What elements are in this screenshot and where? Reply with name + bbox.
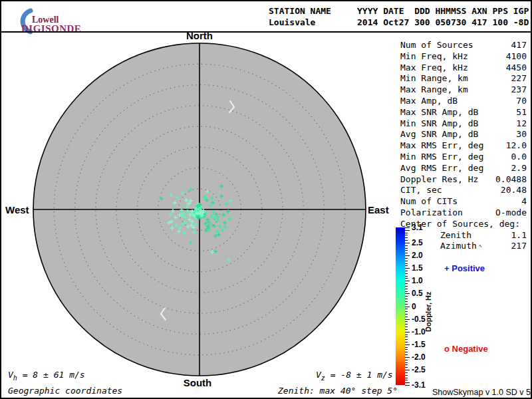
colorbar-tick — [405, 311, 408, 312]
horizontal-velocity-readout: Vh = 8 ± 61 m/s — [8, 370, 85, 382]
stat-label: Max Range, km — [400, 84, 468, 96]
colorbar-axis-title: Doppler, Hz — [424, 291, 432, 332]
stat-value: 0.0 — [511, 152, 527, 163]
colorbar-tick — [405, 243, 410, 243]
colorbar-tick-label: 2.0 — [412, 251, 423, 260]
stat-row-avg-snr-amp-db: Avg SNR Amp, dB30 — [400, 129, 527, 140]
colorbar-tick — [405, 291, 408, 292]
colorbar-tick — [405, 367, 408, 368]
circle-marker-icon: o — [444, 344, 450, 354]
stat-value: 20.48 — [501, 185, 527, 196]
vertical-velocity-readout: Vz = -8 ± 1 m/s — [316, 370, 393, 382]
legend-negative: o Negative — [444, 344, 488, 354]
colorbar-tick — [405, 372, 408, 373]
colorbar-tick — [405, 342, 408, 342]
stat-row-polarization: PolarizationO-mode — [400, 207, 527, 219]
colorbar-tick — [405, 293, 410, 294]
doppler-colorbar: 3.12.52.01.51.00.50-0.5-1.0-1.5-2.0-2.5-… — [396, 227, 405, 385]
colorbar-tick — [405, 347, 408, 348]
colorbar-tick — [405, 339, 408, 340]
stat-label: Max SNR Amp, dB — [400, 107, 478, 118]
colorbar-tick — [405, 307, 410, 307]
colorbar-tick — [405, 344, 410, 345]
colorbar-tick — [405, 263, 408, 264]
colorbar-tick — [405, 332, 410, 332]
colorbar-tick — [405, 329, 408, 330]
stat-value: 2.9 — [511, 163, 527, 174]
colorbar-tick — [405, 357, 410, 358]
colorbar-tick — [405, 301, 408, 302]
stat-label: Max RMS Err, deg — [400, 140, 483, 152]
colorbar-tick — [405, 354, 408, 355]
stat-row-avg-rms-err-deg: Avg RMS Err, deg2.9 — [400, 163, 527, 174]
compass-north-label: North — [186, 30, 213, 41]
colorbar-tick — [405, 334, 408, 335]
colorbar-tick — [405, 309, 408, 309]
stat-value: 12.0 — [506, 140, 527, 152]
stat-label: Avg SNR Amp, dB — [400, 129, 478, 140]
colorbar-tick — [405, 289, 408, 289]
stat-label: Azimuth — [440, 241, 477, 252]
stat-value: 51 — [516, 107, 527, 118]
stat-row-min-rms-err-deg: Min RMS Err, deg0.0 — [400, 152, 527, 163]
stat-label: Min Freq, kHz — [400, 51, 468, 63]
stat-row-num-of-cits: Num of CITs4 — [400, 196, 527, 207]
colorbar-tick-label: 0.5 — [412, 289, 423, 298]
zenith-range-note: Zenith: max 40° step 5° — [278, 386, 398, 396]
stat-value: 12 — [516, 118, 527, 130]
stat-row-num-of-sources: Num of Sources417 — [400, 40, 527, 51]
stat-value: 4450 — [506, 63, 527, 74]
colorbar-tick — [405, 324, 408, 325]
colorbar-tick — [405, 314, 408, 315]
colorbar-tick — [405, 265, 408, 266]
colorbar-tick — [405, 283, 408, 284]
colorbar-tick-label: 2.5 — [412, 238, 423, 247]
colorbar-tick — [405, 245, 408, 246]
colorbar-tick — [405, 271, 408, 271]
colorbar-tick — [405, 370, 410, 370]
colorbar-tick-label: -0.5 — [412, 315, 426, 324]
skymap-window: Lowell DIGISONDE STATION NAMEYYYYDATEDDD… — [0, 0, 532, 399]
colorbar-tick-label: 1.0 — [412, 276, 423, 285]
legend-negative-label: Negative — [452, 344, 488, 354]
cursor-arrow-icon: ↖ — [479, 240, 482, 251]
colorbar-tick — [405, 349, 408, 350]
stat-row-max-rms-err-deg: Max RMS Err, deg12.0 — [400, 140, 527, 152]
colorbar-tick — [405, 296, 408, 297]
colorbar-tick — [405, 278, 408, 279]
compass-west-label: West — [5, 204, 29, 215]
colorbar-tick-label: -1.5 — [412, 340, 426, 349]
stat-value: 227 — [511, 73, 527, 84]
colorbar-tick — [405, 276, 408, 277]
colorbar-tick — [405, 378, 408, 378]
stat-value: 4 — [521, 196, 527, 207]
colorbar-tick — [405, 360, 408, 360]
colorbar-tick-label: 3.1 — [412, 223, 423, 232]
stat-value: 237 — [511, 84, 527, 96]
stat-row-doppler-res-hz: Doppler Res, Hz0.0488 — [400, 174, 527, 186]
stat-label: Min SNR Amp, dB — [400, 118, 478, 130]
colorbar-tick — [405, 375, 408, 376]
colorbar-tick — [405, 385, 410, 386]
colorbar-tick — [405, 250, 408, 251]
colorbar-tick — [405, 336, 408, 337]
stat-label: Max Amp, dB — [400, 96, 458, 107]
colorbar-tick-label: 0 — [412, 302, 416, 311]
legend-positive: + Positive — [444, 263, 485, 273]
stat-label: Min Range, km — [400, 73, 468, 84]
stat-label: Max Freq, kHz — [400, 63, 468, 74]
colorbar-tick — [405, 235, 408, 235]
plus-marker-icon: + — [444, 263, 450, 273]
stat-value: 4100 — [506, 51, 527, 63]
colorbar-tick-label: -3.1 — [412, 380, 426, 390]
colorbar-tick — [405, 253, 408, 253]
colorbar-tick — [405, 233, 408, 233]
colorbar-tick — [405, 227, 410, 228]
colorbar-tick — [405, 364, 408, 365]
colorbar-tick — [405, 268, 410, 269]
stat-row-max-snr-amp-db: Max SNR Amp, dB51 — [400, 107, 527, 118]
stat-label: Polarization — [400, 207, 463, 219]
stat-value: 70 — [516, 96, 527, 107]
stat-row-min-range-km: Min Range, km227 — [400, 73, 527, 84]
stat-value: 30 — [516, 129, 527, 140]
